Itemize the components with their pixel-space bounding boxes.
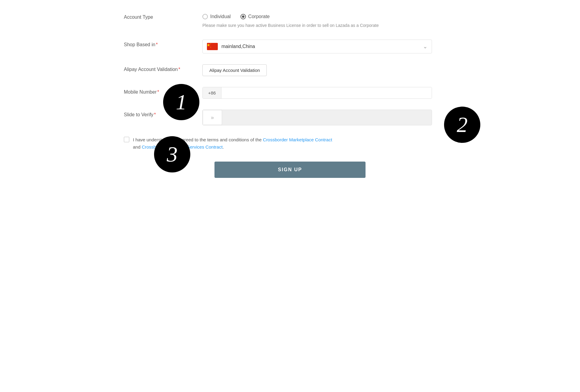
mobile-content: +86 — [202, 87, 456, 99]
terms-text-3: . — [223, 144, 224, 149]
mobile-number-row: Mobile Number* +86 1 — [124, 87, 456, 99]
chevron-down-icon: ⌄ — [423, 43, 427, 50]
shop-based-row: Shop Based in* mainland,Ch — [124, 40, 456, 53]
alipay-content: Alipay Account Validation — [202, 64, 456, 76]
corporate-label: Corporate — [248, 14, 270, 19]
individual-option[interactable]: Individual — [202, 14, 231, 19]
alipay-required: * — [178, 67, 180, 72]
slide-track — [222, 110, 432, 125]
shop-based-dropdown[interactable]: mainland,China ⌄ — [202, 40, 432, 53]
dropdown-left: mainland,China — [207, 43, 255, 50]
individual-radio[interactable] — [202, 14, 208, 19]
shop-based-content: mainland,China ⌄ — [202, 40, 456, 53]
shop-based-required: * — [156, 42, 158, 47]
slide-verify-row: Slide to Verify* » 2 — [124, 110, 456, 125]
slide-label: Slide to Verify* — [124, 110, 202, 117]
shop-based-label: Shop Based in* — [124, 40, 202, 47]
mobile-input[interactable] — [221, 87, 432, 98]
signup-btn-wrapper: SIGN UP — [124, 162, 456, 178]
china-flag-icon — [207, 43, 218, 50]
form-section: Account Type Individual Corporate Please… — [124, 12, 456, 178]
terms-text: I have understood and agreed to the term… — [133, 136, 332, 151]
crossborder-marketplace-link[interactable]: Crossborder Marketplace Contract — [263, 137, 332, 142]
corporate-option[interactable]: Corporate — [240, 14, 270, 19]
corporate-radio[interactable] — [240, 14, 246, 19]
shop-based-value: mainland,China — [221, 44, 255, 49]
account-type-label: Account Type — [124, 12, 202, 20]
slide-handle[interactable]: » — [203, 110, 222, 125]
mobile-required: * — [157, 89, 159, 95]
mobile-input-group: +86 — [202, 87, 432, 99]
mobile-label: Mobile Number* — [124, 87, 202, 95]
alipay-label: Alipay Account Validation* — [124, 64, 202, 72]
terms-checkbox[interactable] — [124, 137, 129, 142]
crossborder-logistics-link[interactable]: Crossborder Logistics Services Contract — [142, 144, 223, 149]
account-type-note: Please make sure you have active Busines… — [202, 22, 414, 29]
account-type-content: Individual Corporate Please make sure yo… — [202, 12, 456, 29]
slide-content: » — [202, 110, 456, 125]
individual-label: Individual — [210, 14, 231, 19]
terms-row: I have understood and agreed to the term… — [124, 136, 444, 151]
alipay-validation-button[interactable]: Alipay Account Validation — [202, 64, 267, 76]
slide-required: * — [154, 112, 156, 117]
terms-text-1: I have understood and agreed to the term… — [133, 137, 263, 142]
alipay-row: Alipay Account Validation* Alipay Accoun… — [124, 64, 456, 76]
radio-group: Individual Corporate — [202, 12, 456, 19]
country-code: +86 — [203, 87, 221, 98]
slide-verify-control[interactable]: » — [202, 110, 432, 125]
account-type-row: Account Type Individual Corporate Please… — [124, 12, 456, 29]
slide-arrow-icon: » — [211, 114, 214, 121]
terms-text-2: and — [133, 144, 142, 149]
signup-button[interactable]: SIGN UP — [214, 162, 366, 178]
